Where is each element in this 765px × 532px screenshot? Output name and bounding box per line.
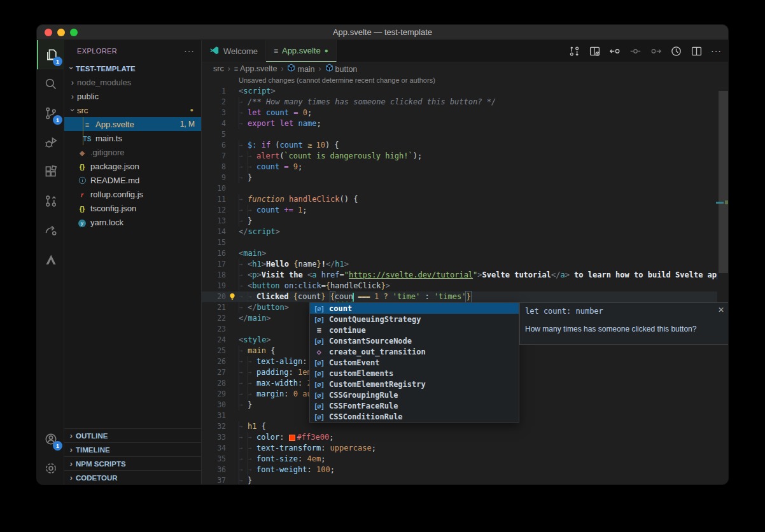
workspace-section-header[interactable]: › TEST-TEMPLATE [64,62,201,75]
suggest-item-customelementregistry[interactable]: [∅]CustomElementRegistry [310,379,519,389]
token: padding [256,367,289,378]
activity-bar-item-manage[interactable] [37,454,64,483]
file-item-yarn-lock[interactable]: yyarn.lock [64,215,201,229]
activity-bar-item-source-control[interactable]: 1 [37,99,64,128]
code-line-33[interactable]: 33→→color: #ff3e00; [202,432,717,443]
suggest-item-customevent[interactable]: [∅]CustomEvent [310,357,519,368]
editor-scrollbar[interactable] [717,75,728,484]
sidebar-panel-timeline[interactable]: ›TIMELINE [64,442,201,456]
code-line-13[interactable]: 13→} [202,216,717,227]
code-line-3[interactable]: 3→let count = 0; [202,108,717,118]
lightbulb-icon[interactable] [228,292,237,301]
breadcrumb-item-app-svelte[interactable]: ≡App.svelte [234,64,277,73]
token: handleClick [289,194,339,205]
activity-bar-item-azure[interactable] [37,245,64,274]
tab-welcome[interactable]: Welcome [202,40,266,62]
suggest-item-countqueuingstrategy[interactable]: [∅]CountQueuingStrategy [310,314,519,325]
suggest-item-cssgroupingrule[interactable]: [∅]CSSGroupingRule [310,389,519,400]
token [262,108,266,118]
code-line-18[interactable]: 18→<p>Visit the <a href="https://svelte.… [202,270,717,281]
code-line-32[interactable]: 32→h1 { [202,421,717,432]
more-actions-icon[interactable]: ··· [711,45,723,57]
line-content: <script> [239,86,276,97]
file-item-app-svelte[interactable]: ≡App.svelte1, M [64,117,201,131]
scrollbar-slider[interactable] [719,91,728,273]
file-item-package-json[interactable]: {}package.json [64,159,201,173]
code-line-1[interactable]: 1<script> [202,86,717,97]
breadcrumb-item-main[interactable]: main [287,64,314,74]
code-line-5[interactable]: 5 [202,129,717,140]
activity-bar-item-search[interactable] [37,69,64,99]
code-line-17[interactable]: 17→<h1>Hello {name}!</h1> [202,259,717,270]
activity-bar-item-github-pull-requests[interactable] [37,186,64,216]
symbol-variable-icon: [∅] [312,381,326,388]
file-history-icon[interactable] [670,45,682,57]
code-line-20[interactable]: 20→→Clicked {count} {coun === 1 ? 'time'… [202,291,717,302]
code-line-34[interactable]: 34→→text-transform: uppercase; [202,443,717,454]
activity-bar-item-extensions[interactable] [37,157,64,186]
suggest-label: CountQueuingStrategy [329,315,421,324]
code-line-12[interactable]: 12→→count += 1; [202,205,717,216]
code-line-7[interactable]: 7→→alert(`count is dangerously high!`); [202,151,717,162]
next-change-icon[interactable] [650,45,662,57]
token: } [316,259,321,270]
sidebar-panel-outline[interactable]: ›OUTLINE [64,428,201,442]
file-item-tsconfig-json[interactable]: {}tsconfig.json [64,201,201,215]
activity-bar-item-live-share[interactable] [37,216,64,245]
folder-item-src[interactable]: ›src● [64,103,201,117]
gitlens-compare-icon[interactable] [568,45,580,57]
code-line-37[interactable]: 37→} [202,475,717,484]
breadcrumb-item-src[interactable]: src [213,64,224,73]
azure-icon [44,253,58,267]
token: name [298,118,317,129]
file-item-readme-md[interactable]: README.md [64,173,201,187]
file-item-rollup-config-js[interactable]: rrollup.config.js [64,187,201,201]
folder-item-public[interactable]: ›public [64,89,201,103]
code-line-19[interactable]: 19→<button on:click={handleClick}> [202,281,717,291]
suggest-item-cssfontfacerule[interactable]: [∅]CSSFontFaceRule [310,400,519,411]
code-line-8[interactable]: 8→→count = 9; [202,162,717,172]
code-line-10[interactable]: 10 [202,183,717,194]
token: 0 [303,108,307,118]
previous-change-icon[interactable] [609,45,621,57]
code-line-15[interactable]: 15 [202,237,717,248]
folder-item-node-modules[interactable]: ›node_modules [64,75,201,89]
sidebar-panel-npm-scripts[interactable]: ›NPM SCRIPTS [64,456,201,470]
toggle-annotations-icon[interactable] [629,45,642,57]
suggest-item-count[interactable]: [∅]count [310,303,519,314]
sidebar-panel-codetour[interactable]: ›CODETOUR [64,470,201,484]
code-area[interactable]: Unsaved changes (cannot determine recent… [202,75,717,484]
file-item--gitignore[interactable]: ◆.gitignore [64,145,201,159]
close-icon[interactable]: ✕ [718,305,724,314]
suggest-item-customelements[interactable]: [∅]customElements [310,368,519,379]
token: </ [326,259,335,270]
line-number: 8 [202,162,226,172]
open-changes-icon[interactable] [589,45,601,57]
code-line-16[interactable]: 16<main> [202,248,717,259]
code-line-9[interactable]: 9→} [202,172,717,183]
code-line-4[interactable]: 4→export let name; [202,118,717,129]
code-line-36[interactable]: 36→→font-weight: 100; [202,465,717,475]
activity-bar-item-explorer[interactable]: 1 [37,40,64,69]
tab-app-svelte[interactable]: ≡App.svelte● [266,40,337,62]
sidebar-more-actions-icon[interactable]: ··· [184,46,195,56]
code-line-6[interactable]: 6→$: if (count ≥ 10) { [202,140,717,151]
token: ) { [325,140,339,151]
code-line-14[interactable]: 14</script> [202,227,717,237]
breadcrumb-item-button[interactable]: button [325,64,358,74]
suggest-item-continue[interactable]: ≡continue [310,325,519,335]
line-content: →function handleClick() { [239,194,358,205]
suggest-item-create_out_transition[interactable]: ◇create_out_transition [310,346,519,357]
token: text-align [256,356,302,367]
activity-bar-item-accounts[interactable]: 1 [37,424,64,454]
activity-bar-item-run-and-debug[interactable] [37,128,64,157]
code-line-35[interactable]: 35→→font-size: 4em; [202,454,717,465]
file-item-main-ts[interactable]: TSmain.ts [64,131,201,145]
line-number: 6 [202,140,226,151]
suggest-item-constantsourcenode[interactable]: [∅]ConstantSourceNode [310,335,519,346]
code-line-11[interactable]: 11→function handleClick() { [202,194,717,205]
split-editor-icon[interactable] [691,45,703,57]
suggest-item-cssconditionrule[interactable]: [∅]CSSConditionRule [310,411,519,422]
code-line-2[interactable]: 2→/** How many times has someone clicked… [202,97,717,108]
extensions-icon [44,165,58,179]
